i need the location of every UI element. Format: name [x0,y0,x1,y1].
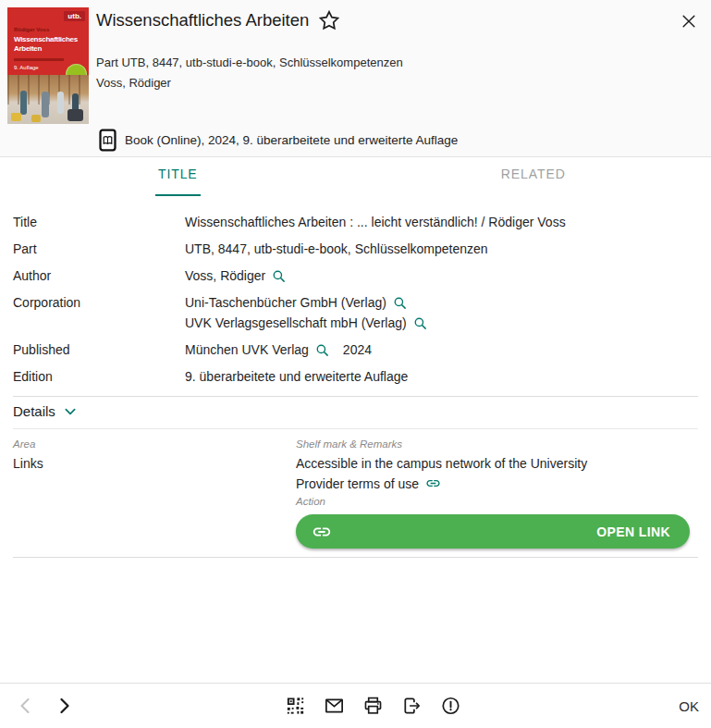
tab-title-label: TITLE [155,167,201,196]
next-record-button[interactable] [53,695,75,717]
record-details-table: Title Wissenschaftliches Arbeiten : ... … [13,213,698,394]
field-label: Title [13,213,185,232]
search-icon [315,343,329,357]
search-icon [413,316,427,330]
favorite-button[interactable] [318,9,340,31]
export-button[interactable] [401,696,423,717]
table-row: Author Voss, Rödiger [13,266,698,286]
open-link-button[interactable]: OPEN LINK [296,514,690,549]
table-row: Corporation Uni-Taschenbücher GmbH (Verl… [13,293,698,333]
email-button[interactable] [324,696,345,717]
qr-code-icon [285,696,306,717]
divider [13,428,698,429]
field-label: Author [13,266,185,286]
format-line: Book (Online), 2024, 9. überarbeitete un… [125,133,458,147]
published-year: 2024 [343,340,372,360]
field-value: Voss, Rödiger [185,266,265,286]
provider-terms-text: Provider terms of use [296,476,419,491]
previous-record-button[interactable] [15,695,37,717]
cover-photo-chair [31,115,41,122]
field-label: Corporation [13,293,185,333]
ebook-icon [99,129,116,152]
info-button[interactable] [440,696,461,717]
record-part-line: Part UTB, 8447, utb-studi-e-book, Schlüs… [96,56,403,69]
table-row: Published München UVK Verlag 2024 [13,340,698,360]
cover-edition: 9. Auflage [14,65,39,70]
field-value: Wissenschaftliches Arbeiten : ... leicht… [185,213,566,232]
prev-icon [15,695,37,717]
details-chevron-icon [63,404,78,419]
link-icon [425,475,441,491]
record-tabs: TITLE RELATED [0,158,711,196]
details-expander[interactable]: Details [13,403,78,419]
cover-photo-figure [20,91,27,115]
print-icon [362,696,384,717]
cover-photo-figure [57,92,64,114]
book-cover: utb. Rödiger Voss Wissenschaftliches Arb… [7,7,89,124]
field-value: UVK Verlagsgesellschaft mbH (Verlag) [185,314,407,333]
tab-related-label: RELATED [498,167,569,196]
qr-code-button[interactable] [285,696,306,717]
field-value: München UVK Verlag [185,340,309,360]
field-label: Published [13,340,185,360]
tab-related[interactable]: RELATED [356,158,711,196]
provider-terms-link[interactable]: Provider terms of use [296,475,441,491]
published-search-button[interactable] [315,343,329,357]
table-row: Part UTB, 8447, utb-studi-e-book, Schlüs… [13,240,698,259]
cover-author: Rödiger Voss [14,27,49,32]
tab-title[interactable]: TITLE [0,158,356,196]
corporation-search-button[interactable] [393,296,407,310]
remarks-text: Accessible in the campus network of the … [296,456,587,471]
cover-photo-armchair [67,109,83,121]
item-header: utb. Rödiger Voss Wissenschaftliches Arb… [0,0,711,157]
open-link-label: OPEN LINK [596,524,670,539]
cover-photo-chair [11,113,21,121]
corporation-search-button[interactable] [413,316,427,330]
email-icon [324,696,345,717]
table-row: Title Wissenschaftliches Arbeiten : ... … [13,213,698,232]
field-value: UTB, 8447, utb-studi-e-book, Schlüsselko… [185,240,488,259]
field-value: 9. überarbeitete und erweiterte Auflage [185,367,408,387]
divider [13,557,698,558]
area-value: Links [13,456,43,471]
area-label: Area [13,438,35,450]
next-icon [53,695,75,717]
details-expander-label: Details [13,403,55,419]
field-label: Edition [13,367,185,387]
close-icon [680,12,698,31]
search-icon [272,269,286,283]
remarks-label: Shelf mark & Remarks [296,438,402,450]
record-title: Wissenschaftliches Arbeiten [96,10,309,31]
field-label: Part [13,240,185,259]
author-search-button[interactable] [272,269,286,283]
cover-photo [7,75,89,124]
favorite-icon [318,9,340,31]
bottom-toolbar: OK [0,683,711,728]
cover-title: Wissenschaftliches Arbeiten [14,35,86,54]
print-button[interactable] [362,696,384,717]
cover-photo-figure [42,92,49,117]
close-button[interactable] [676,8,702,34]
field-value: Uni-Taschenbücher GmbH (Verlag) [185,293,386,313]
search-icon [393,296,407,310]
info-icon [440,696,461,717]
link-icon [312,522,332,542]
cover-subtitle-bar [14,58,64,61]
ok-button[interactable]: OK [679,698,699,714]
record-author-line: Voss, Rödiger [96,76,171,90]
table-row: Edition 9. überarbeitete und erweiterte … [13,367,698,387]
action-label: Action [296,496,325,507]
divider [13,396,698,397]
utb-logo: utb. [64,11,85,21]
export-icon [401,696,423,717]
